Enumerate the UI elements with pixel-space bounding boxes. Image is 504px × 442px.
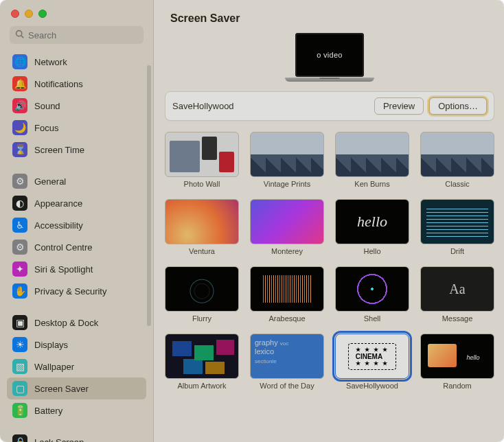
sidebar-item-label: Desktop & Dock <box>34 318 98 328</box>
saver-classic[interactable]: Classic <box>417 129 497 191</box>
saver-thumbnail: hello <box>335 199 409 244</box>
saver-thumbnail <box>165 334 239 379</box>
sidebar-item-label: Siri & Spotlight <box>34 264 93 275</box>
content-pane: Screen Saver o video SaveHollywood Previ… <box>154 0 504 442</box>
saver-thumbnail <box>165 266 239 312</box>
saver-thumbnail: Aa <box>420 266 494 312</box>
saver-thumbnail <box>250 132 324 177</box>
saver-flurry[interactable]: Flurry <box>162 264 242 325</box>
saver-savehollywood[interactable]: CINEMASaveHollywood <box>332 331 412 393</box>
sidebar-item-control-centre[interactable]: ⚙Control Centre <box>7 236 146 258</box>
saver-thumbnail <box>165 199 239 244</box>
saver-message[interactable]: AaMessage <box>417 264 497 325</box>
sidebar-item-general[interactable]: ⚙︎General <box>7 170 146 192</box>
sound-icon: 🔊 <box>12 98 27 113</box>
desktop-dock-icon: ▣ <box>12 315 27 330</box>
preview-button[interactable]: Preview <box>374 97 424 115</box>
saver-vintage-prints[interactable]: Vintage Prints <box>247 129 327 191</box>
sidebar-item-desktop-dock[interactable]: ▣Desktop & Dock <box>7 312 146 334</box>
preview-text: o video <box>317 51 343 59</box>
sidebar-scrollbar[interactable] <box>147 65 151 326</box>
sidebar-item-label: Screen Time <box>34 145 84 155</box>
saver-thumbnail <box>335 266 409 312</box>
sidebar-item-screen-saver[interactable]: ▢Screen Saver <box>7 377 146 399</box>
close-window-button[interactable] <box>11 10 19 18</box>
sidebar-item-appearance[interactable]: ◐Appearance <box>7 192 146 214</box>
laptop-preview: o video <box>285 33 374 82</box>
sidebar-item-displays[interactable]: ☀︎Displays <box>7 334 146 356</box>
wallpaper-icon: ▧ <box>12 359 27 374</box>
saver-grid-scroll[interactable]: Photo WallVintage PrintsKen BurnsClassic… <box>154 126 504 442</box>
sidebar-item-label: Control Centre <box>34 242 93 253</box>
notifications-icon: 🔔 <box>12 76 27 91</box>
sidebar-item-lock-screen[interactable]: 🔒Lock Screen <box>7 431 146 442</box>
svg-point-0 <box>16 31 22 36</box>
saver-drift[interactable]: Drift <box>417 196 497 258</box>
saver-caption: Monterey <box>271 247 303 255</box>
page-title: Screen Saver <box>154 0 504 29</box>
saver-thumbnail <box>250 266 324 312</box>
options-button[interactable]: Options… <box>429 97 487 115</box>
siri-spotlight-icon: ✦ <box>12 261 27 277</box>
general-icon: ⚙︎ <box>12 174 27 189</box>
saver-caption: Classic <box>445 180 469 188</box>
sidebar-item-wallpaper[interactable]: ▧Wallpaper <box>7 356 146 377</box>
saver-album-artwork[interactable]: Album Artwork <box>162 331 242 393</box>
zoom-window-button[interactable] <box>38 10 47 18</box>
saver-caption: Message <box>442 314 473 323</box>
saver-word-of-the-day[interactable]: graphy voclexicosectionleWord of the Day <box>247 331 327 393</box>
saver-random[interactable]: Random <box>417 331 497 393</box>
saver-thumbnail <box>420 199 494 244</box>
settings-window: 🌐Network🔔Notifications🔊Sound🌙Focus⌛Scree… <box>0 0 504 442</box>
sidebar-item-label: Displays <box>34 340 68 350</box>
lock-screen-icon: 🔒 <box>12 434 27 442</box>
selected-saver-name: SaveHollywood <box>172 101 369 111</box>
sidebar-item-accessibility[interactable]: ♿︎Accessibility <box>7 214 146 236</box>
sidebar-item-label: Focus <box>34 123 58 133</box>
saver-arabesque[interactable]: Arabesque <box>247 264 327 325</box>
sidebar-item-label: Appearance <box>34 198 82 209</box>
saver-thumbnail <box>420 334 494 379</box>
sidebar-item-sound[interactable]: 🔊Sound <box>7 95 146 117</box>
saver-caption: Ventura <box>189 247 215 255</box>
saver-shell[interactable]: Shell <box>332 264 412 325</box>
saver-monterey[interactable]: Monterey <box>247 196 327 258</box>
accessibility-icon: ♿︎ <box>12 218 27 233</box>
saver-caption: Shell <box>364 314 380 323</box>
sidebar-item-battery[interactable]: 🔋Battery <box>7 399 146 421</box>
saver-photo-wall[interactable]: Photo Wall <box>162 129 242 191</box>
saver-caption: Random <box>443 382 472 390</box>
sidebar-item-siri-spotlight[interactable]: ✦Siri & Spotlight <box>7 258 146 280</box>
laptop-base <box>285 78 374 82</box>
sidebar-item-label: Lock Screen <box>34 437 84 443</box>
saver-thumbnail <box>250 199 324 244</box>
saver-info-row: SaveHollywood Preview Options… <box>165 91 494 121</box>
sidebar-item-focus[interactable]: 🌙Focus <box>7 117 146 139</box>
search-input[interactable] <box>28 30 144 40</box>
sidebar-item-label: General <box>34 176 66 187</box>
sidebar-item-privacy-security[interactable]: ✋Privacy & Security <box>7 280 146 302</box>
sidebar-item-notifications[interactable]: 🔔Notifications <box>7 73 146 95</box>
appearance-icon: ◐ <box>12 196 27 211</box>
saver-thumbnail <box>165 132 239 177</box>
sidebar-item-label: Sound <box>34 101 60 111</box>
sidebar-item-network[interactable]: 🌐Network <box>7 51 146 73</box>
laptop-screen: o video <box>295 33 364 77</box>
saver-ken-burns[interactable]: Ken Burns <box>332 129 412 191</box>
saver-ventura[interactable]: Ventura <box>162 196 242 258</box>
search-field[interactable] <box>10 26 144 44</box>
sidebar: 🌐Network🔔Notifications🔊Sound🌙Focus⌛Scree… <box>0 0 154 442</box>
sidebar-item-label: Battery <box>34 406 62 416</box>
search-icon <box>15 30 24 40</box>
saver-caption: Album Artwork <box>178 382 227 390</box>
saver-caption: Flurry <box>192 314 211 323</box>
saver-caption: Hello <box>363 247 380 255</box>
sidebar-item-screen-time[interactable]: ⌛Screen Time <box>7 139 146 161</box>
saver-hello[interactable]: helloHello <box>332 196 412 258</box>
control-centre-icon: ⚙ <box>12 240 27 255</box>
minimize-window-button[interactable] <box>25 10 33 18</box>
screen-time-icon: ⌛ <box>12 142 27 157</box>
saver-caption: Vintage Prints <box>264 180 310 188</box>
saver-thumbnail: graphy voclexicosectionle <box>250 334 324 379</box>
sidebar-list: 🌐Network🔔Notifications🔊Sound🌙Focus⌛Scree… <box>0 51 153 442</box>
